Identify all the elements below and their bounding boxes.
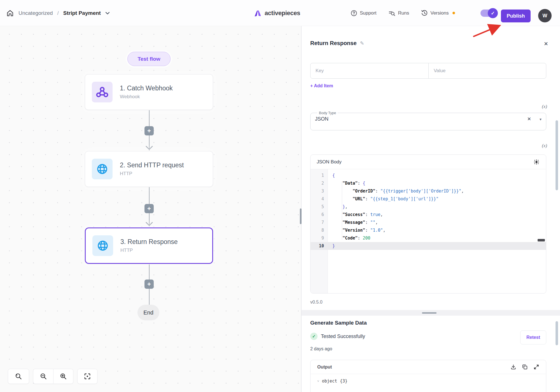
step-title: 3. Return Response bbox=[120, 238, 178, 246]
divider-drag-handle[interactable] bbox=[422, 312, 437, 314]
json-body-title: JSON Body bbox=[317, 159, 533, 165]
reset-zoom-button[interactable] bbox=[8, 369, 29, 384]
fit-to-view-button[interactable] bbox=[77, 369, 97, 384]
connector-arrow-icon bbox=[145, 222, 153, 226]
nav-support-label: Support bbox=[360, 10, 377, 16]
code-line[interactable]: 4 "URL": "{{step_1['body']['url']}}" bbox=[311, 195, 546, 203]
flow-enabled-toggle[interactable]: ✓ bbox=[480, 10, 497, 17]
step-card-catch-webhook[interactable]: 1. Catch Webhook Webhook bbox=[85, 74, 213, 110]
headers-key-value-row bbox=[310, 63, 546, 79]
app-logo: activepieces bbox=[253, 0, 300, 26]
flow-builder-app: Uncategorized / Stript Payment activepie… bbox=[0, 0, 560, 392]
copy-icon[interactable] bbox=[522, 364, 528, 370]
test-status-text: Tested Successfully bbox=[321, 334, 365, 339]
nav-runs-label: Runs bbox=[398, 10, 409, 16]
code-line[interactable]: 1{ bbox=[311, 172, 546, 179]
json-body-editor: JSON Body 1{2 "Data": {3 "OrderID": "{{t… bbox=[310, 154, 546, 294]
flow-end-node: End bbox=[137, 305, 159, 320]
step-title: 1. Catch Webhook bbox=[120, 84, 173, 92]
avatar[interactable]: W bbox=[538, 9, 552, 22]
versions-unpublished-dot bbox=[452, 12, 455, 14]
add-step-button[interactable]: + bbox=[144, 204, 154, 213]
add-step-button[interactable]: + bbox=[144, 280, 154, 289]
body-type-label: Body Type bbox=[317, 111, 338, 115]
top-header: Uncategorized / Stript Payment activepie… bbox=[0, 0, 560, 26]
output-card: Output bbox=[310, 360, 546, 392]
runs-icon bbox=[388, 10, 396, 17]
success-check-icon: ✓ bbox=[310, 333, 318, 340]
header-nav: Support Runs Versions bbox=[351, 0, 455, 26]
activepieces-logo-icon bbox=[253, 9, 262, 17]
add-item-link[interactable]: + Add Item bbox=[310, 83, 333, 88]
app-logo-text: activepieces bbox=[265, 10, 300, 17]
step-subtitle: HTTP bbox=[120, 171, 184, 177]
zoom-in-button[interactable] bbox=[53, 369, 73, 384]
nav-runs[interactable]: Runs bbox=[388, 10, 409, 17]
tree-collapse-icon[interactable]: ˅ bbox=[317, 379, 319, 383]
select-caret-icon[interactable]: ▾ bbox=[540, 117, 542, 121]
question-circle-icon bbox=[351, 10, 357, 17]
expand-icon[interactable] bbox=[533, 364, 539, 370]
step-settings-panel: Return Response ✎ ✕ + Add Item (x) Body … bbox=[302, 26, 560, 392]
generate-sample-data-title: Generate Sample Data bbox=[310, 320, 367, 326]
code-line[interactable]: 5 }, bbox=[311, 203, 546, 211]
step-card-return-response[interactable]: 3. Return Response HTTP bbox=[85, 227, 213, 264]
breadcrumb-separator: / bbox=[57, 10, 59, 16]
nav-versions-label: Versions bbox=[430, 10, 449, 16]
key-input[interactable] bbox=[311, 63, 429, 78]
output-title: Output bbox=[317, 365, 510, 370]
close-panel-icon[interactable]: ✕ bbox=[544, 41, 548, 47]
code-line[interactable]: 7 "Message": "", bbox=[311, 219, 546, 226]
code-line[interactable]: 2 "Data": { bbox=[311, 179, 546, 187]
step-card-send-http[interactable]: 2. Send HTTP request HTTP bbox=[85, 151, 213, 187]
breadcrumb-flow-name[interactable]: Stript Payment bbox=[63, 10, 101, 16]
chevron-down-icon[interactable] bbox=[105, 12, 110, 15]
ai-sparkle-icon[interactable] bbox=[533, 159, 540, 165]
flow-canvas[interactable]: Test flow 1. Catch Webhook Webhook bbox=[0, 26, 301, 392]
editor-scroll-marker bbox=[538, 239, 545, 241]
connector-arrow-icon bbox=[145, 146, 153, 150]
body-type-select[interactable]: Body Type JSON ✕ ▾ bbox=[310, 111, 546, 130]
step-subtitle: HTTP bbox=[120, 248, 178, 253]
edit-name-icon[interactable]: ✎ bbox=[360, 40, 364, 46]
toggle-check-icon: ✓ bbox=[488, 8, 498, 18]
panel-section-divider bbox=[302, 310, 560, 316]
dynamic-value-toggle-icon[interactable]: (x) bbox=[542, 143, 547, 149]
test-flow-button[interactable]: Test flow bbox=[127, 52, 171, 66]
clear-selection-icon[interactable]: ✕ bbox=[527, 116, 531, 122]
dynamic-value-toggle-icon[interactable]: (x) bbox=[542, 104, 547, 109]
webhook-icon bbox=[92, 82, 113, 102]
versions-history-icon bbox=[421, 10, 428, 17]
code-line[interactable]: 3 "OrderID": "{{trigger['body']['OrderID… bbox=[311, 187, 546, 195]
code-line[interactable]: 9 "Code": 200 bbox=[311, 234, 546, 242]
section-scrollbar[interactable] bbox=[556, 321, 558, 345]
value-input[interactable] bbox=[429, 63, 546, 78]
tree-node-type: object bbox=[322, 379, 337, 384]
breadcrumb-category[interactable]: Uncategorized bbox=[18, 10, 53, 16]
retest-button[interactable]: Retest bbox=[520, 330, 546, 344]
code-line[interactable]: 6 "Success": true, bbox=[311, 211, 546, 219]
code-editor[interactable]: 1{2 "Data": {3 "OrderID": "{{trigger['bo… bbox=[311, 169, 546, 294]
panel-scrollbar[interactable] bbox=[556, 120, 558, 190]
download-icon[interactable] bbox=[510, 364, 516, 370]
nav-versions[interactable]: Versions bbox=[421, 10, 449, 17]
piece-version-label: v0.5.0 bbox=[310, 300, 323, 305]
output-tree-root[interactable]: ˅ object {3} bbox=[311, 374, 546, 384]
panel-title: Return Response bbox=[310, 40, 357, 46]
test-time-ago: 2 days ago bbox=[310, 346, 332, 351]
globe-icon bbox=[92, 159, 113, 179]
tree-node-count: {3} bbox=[340, 379, 347, 384]
zoom-out-button[interactable] bbox=[33, 369, 53, 384]
breadcrumb: Uncategorized / Stript Payment bbox=[6, 0, 110, 26]
body-type-value: JSON bbox=[315, 116, 527, 122]
globe-icon bbox=[92, 235, 113, 256]
publish-button[interactable]: Publish bbox=[501, 10, 531, 22]
add-step-button[interactable]: + bbox=[144, 126, 154, 135]
step-title: 2. Send HTTP request bbox=[120, 161, 184, 169]
nav-support[interactable]: Support bbox=[351, 10, 377, 17]
step-subtitle: Webhook bbox=[120, 94, 173, 100]
code-line[interactable]: 10} bbox=[311, 242, 546, 250]
home-icon[interactable] bbox=[6, 9, 14, 17]
code-line[interactable]: 8 "Version": "1.0", bbox=[311, 226, 546, 234]
